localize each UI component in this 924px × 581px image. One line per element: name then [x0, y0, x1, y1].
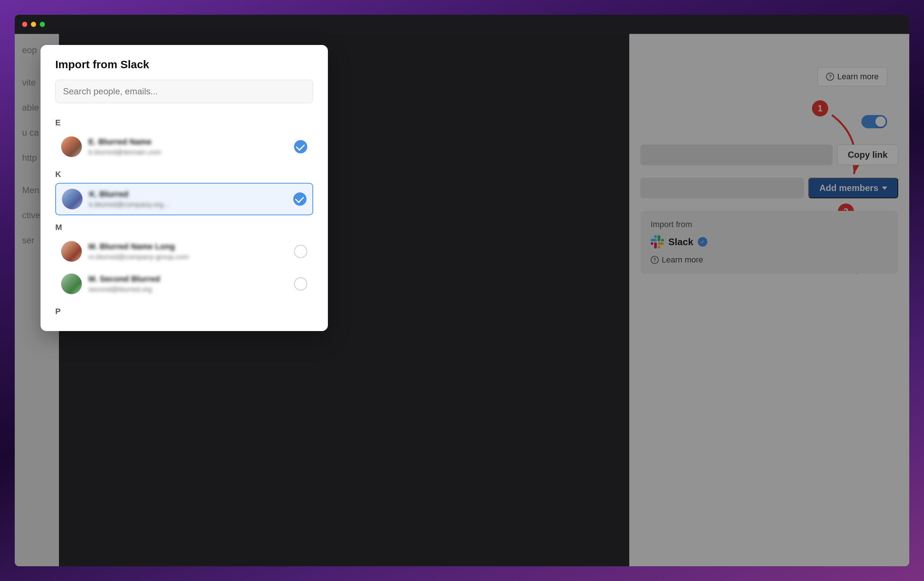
- section-label-k: K: [55, 164, 313, 183]
- select-checkbox[interactable]: [293, 192, 307, 206]
- list-item[interactable]: E. Blurred Name b.blurred@domain.com: [55, 131, 313, 162]
- list-item[interactable]: M. Second Blurred second@blurred.org: [55, 268, 313, 300]
- window-frame: eop vite able u ca http Men ctive ser ? …: [15, 15, 909, 566]
- person-email: b.blurred@domain.com: [88, 148, 294, 156]
- section-label-e: E: [55, 112, 313, 131]
- person-name: K. Blurred: [89, 189, 293, 199]
- modal-title: Import from Slack: [55, 58, 313, 71]
- section-label-p: P: [55, 301, 313, 320]
- maximize-button[interactable]: [40, 22, 45, 27]
- person-name: M. Blurred Name Long: [88, 242, 294, 252]
- list-item[interactable]: M. Blurred Name Long m.blurred@company-g…: [55, 236, 313, 267]
- avatar: [61, 136, 82, 157]
- person-email: k.blurred@company.org...: [89, 200, 293, 209]
- import-slack-modal: Import from Slack E E. Blurred Name b.bl…: [41, 45, 328, 331]
- select-checkbox[interactable]: [294, 277, 307, 290]
- person-email: m.blurred@company-group.com: [88, 253, 294, 261]
- select-checkbox[interactable]: [294, 140, 307, 153]
- person-info: M. Second Blurred second@blurred.org: [88, 274, 294, 293]
- modal-body: E E. Blurred Name b.blurred@domain.com K: [41, 112, 328, 331]
- avatar: [61, 241, 82, 262]
- person-info: M. Blurred Name Long m.blurred@company-g…: [88, 242, 294, 261]
- avatar: [61, 273, 82, 294]
- modal-header: Import from Slack: [41, 45, 328, 112]
- person-email: second@blurred.org: [88, 285, 294, 293]
- window-titlebar: [15, 15, 909, 34]
- avatar: [62, 189, 82, 209]
- person-info: K. Blurred k.blurred@company.org...: [89, 189, 293, 209]
- close-button[interactable]: [22, 22, 27, 27]
- minimize-button[interactable]: [31, 22, 36, 27]
- section-label-m: M: [55, 217, 313, 236]
- list-item[interactable]: K. Blurred k.blurred@company.org...: [55, 183, 313, 215]
- person-name: E. Blurred Name: [88, 137, 294, 147]
- search-input[interactable]: [55, 79, 313, 103]
- person-info: E. Blurred Name b.blurred@domain.com: [88, 137, 294, 156]
- person-name: M. Second Blurred: [88, 274, 294, 284]
- modal-overlay: Import from Slack E E. Blurred Name b.bl…: [15, 34, 909, 566]
- select-checkbox[interactable]: [294, 245, 307, 258]
